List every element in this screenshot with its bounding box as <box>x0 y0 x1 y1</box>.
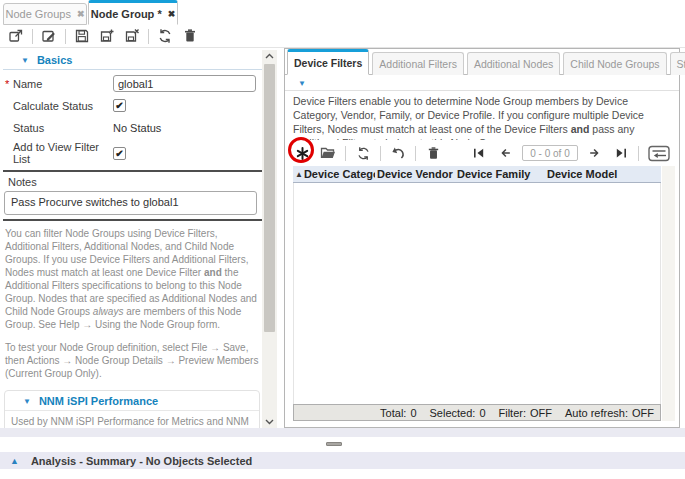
calculate-status-checkbox[interactable]: ✔ <box>113 99 126 112</box>
tab-status[interactable]: Status <box>670 52 685 75</box>
column-header-device-vendor[interactable]: Device Vendor <box>375 166 455 182</box>
tab-node-groups-label: Node Groups <box>6 8 71 20</box>
expand-up-icon[interactable]: ▲ <box>10 456 19 466</box>
tab-node-group[interactable]: Node Group * ✖ <box>88 0 178 25</box>
basics-section-header[interactable]: ▼ Basics <box>3 50 262 70</box>
delete-button[interactable] <box>181 27 199 45</box>
toolbar-separator <box>345 146 346 161</box>
divider <box>285 90 679 91</box>
ispi-section-header[interactable]: ▼ NNM iSPI Performance <box>5 391 259 411</box>
restore-table-icon <box>648 145 670 162</box>
open-button[interactable] <box>319 144 337 162</box>
table-header-row: ▲ Device Catego Device Vendor Device Fam… <box>293 166 661 183</box>
save-and-new-button[interactable] <box>98 27 116 45</box>
name-row: * Name <box>5 75 262 92</box>
pagination-range-input[interactable]: 0 - 0 of 0 <box>522 145 578 161</box>
edit-button[interactable] <box>40 27 58 45</box>
tab-device-filters[interactable]: Device Filters <box>287 49 369 75</box>
add-to-view-filter-label: Add to View Filter List <box>5 141 113 165</box>
save-icon <box>74 28 90 44</box>
toolbar-separator <box>32 29 33 44</box>
analysis-pane-header[interactable]: ▲ Analysis - Summary - No Objects Select… <box>0 452 685 469</box>
delete-icon <box>182 28 198 44</box>
table-delete-button[interactable] <box>424 144 442 162</box>
basics-title: Basics <box>37 54 72 66</box>
first-page-icon <box>472 146 486 160</box>
panel-splitter[interactable] <box>0 437 685 452</box>
collapse-icon[interactable]: ▼ <box>21 56 29 65</box>
device-filters-description: Device Filters enable you to determine N… <box>293 94 673 140</box>
nnmi-node-group-window: Node Groups ✖ Node Group * ✖ <box>0 0 685 479</box>
table-status-bar: Total:0 Selected:0 Filter:OFF Auto refre… <box>293 404 661 421</box>
table-refresh-button[interactable] <box>354 144 372 162</box>
selected-count: Selected:0 <box>430 407 486 419</box>
tab-node-group-label: Node Group * <box>91 8 162 20</box>
toolbar-separator <box>380 146 381 161</box>
form-toolbar <box>0 25 685 48</box>
help-paragraph-1: You can filter Node Groups using Device … <box>5 227 260 331</box>
collapse-icon[interactable]: ▼ <box>298 79 306 88</box>
table-toolbar: 0 - 0 of 0 <box>293 141 671 165</box>
delete-icon <box>426 146 441 161</box>
restore-table-button[interactable] <box>647 144 671 162</box>
toolbar-separator <box>65 29 66 44</box>
splitter-grip-icon[interactable] <box>326 442 342 446</box>
save-button[interactable] <box>73 27 91 45</box>
refresh-icon <box>157 28 173 44</box>
tab-additional-filters[interactable]: Additional Filters <box>372 52 464 75</box>
tab-child-node-groups[interactable]: Child Node Groups <box>563 52 666 75</box>
bottom-strip <box>0 428 685 437</box>
last-page-button[interactable] <box>612 144 630 162</box>
help-paragraph-2: To test your Node Group definition, sele… <box>5 341 260 380</box>
refresh-button[interactable] <box>156 27 174 45</box>
name-input[interactable] <box>113 75 256 92</box>
ispi-title: NNM iSPI Performance <box>39 395 158 407</box>
add-to-view-filter-checkbox[interactable]: ✔ <box>113 147 126 160</box>
scrollbar-thumb[interactable] <box>264 64 275 332</box>
status-label: Status <box>5 122 113 134</box>
filters-panel: Device Filters Additional Filters Additi… <box>284 48 680 428</box>
previous-page-button[interactable] <box>496 144 514 162</box>
calculate-status-label: Calculate Status <box>5 100 113 112</box>
total-count: Total:0 <box>380 407 416 419</box>
section-divider <box>3 219 262 221</box>
column-header-device-model[interactable]: Device Model <box>545 166 661 182</box>
scroll-up-icon[interactable] <box>262 50 277 62</box>
first-page-button[interactable] <box>470 144 488 162</box>
open-in-new-window-button[interactable] <box>7 27 25 45</box>
calculate-status-row: Calculate Status ✔ <box>5 97 262 114</box>
status-row: Status No Status <box>5 119 262 136</box>
ispi-description: Used by NNM iSPI Performance for Metrics… <box>5 411 259 428</box>
ispi-performance-section: ▼ NNM iSPI Performance Used by NNM iSPI … <box>4 390 260 428</box>
column-header-device-family[interactable]: Device Family <box>455 166 545 182</box>
notes-input[interactable]: Pass Procurve switches to global1 <box>4 191 257 215</box>
view-filter-row: Add to View Filter List ✔ <box>5 141 262 165</box>
tab-additional-nodes[interactable]: Additional Nodes <box>467 52 560 75</box>
column-header-device-category[interactable]: ▲ Device Catego <box>293 166 375 182</box>
open-in-new-window-icon <box>8 28 24 44</box>
form-scrollbar[interactable] <box>262 50 277 428</box>
section-divider <box>3 170 262 172</box>
last-page-icon <box>614 146 628 160</box>
tab-close-icon[interactable]: ✖ <box>168 9 176 19</box>
table-scrollbar-track[interactable] <box>662 166 675 421</box>
sort-ascending-icon: ▲ <box>295 170 303 179</box>
scroll-down-icon[interactable] <box>262 416 277 428</box>
filter-status: Filter:OFF <box>499 407 553 419</box>
undo-button[interactable] <box>389 144 407 162</box>
collapse-icon[interactable]: ▼ <box>23 397 31 406</box>
edit-icon <box>41 28 57 44</box>
previous-page-icon <box>498 146 512 160</box>
window-tab-bar: Node Groups ✖ Node Group * ✖ <box>0 0 685 25</box>
status-value: No Status <box>113 122 161 134</box>
tab-node-groups[interactable]: Node Groups ✖ <box>3 3 87 25</box>
next-page-icon <box>588 146 602 160</box>
tab-close-icon[interactable]: ✖ <box>77 9 85 19</box>
save-and-close-button[interactable] <box>123 27 141 45</box>
auto-refresh-status: Auto refresh:OFF <box>565 407 654 419</box>
annotation-circle <box>288 137 314 163</box>
required-marker: * <box>5 78 9 90</box>
refresh-icon <box>356 146 371 161</box>
filters-tab-bar: Device Filters Additional Filters Additi… <box>285 49 679 75</box>
next-page-button[interactable] <box>586 144 604 162</box>
